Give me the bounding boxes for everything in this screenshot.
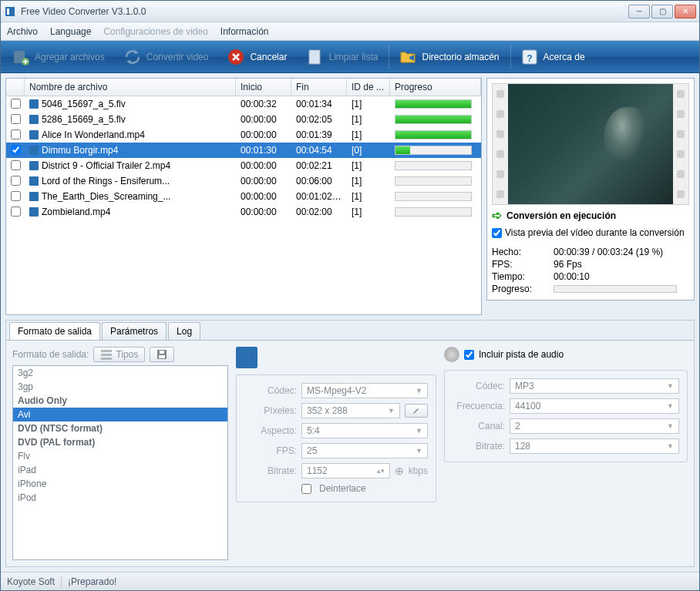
- table-row[interactable]: Zombieland.mp400:00:0000:02:00[1]: [6, 204, 481, 220]
- col-id[interactable]: ID de ...: [347, 79, 390, 96]
- format-item[interactable]: 3g2: [13, 366, 227, 380]
- col-name[interactable]: Nombre de archivo: [25, 79, 236, 96]
- audio-codec-label: Códec:: [453, 381, 505, 391]
- bitrate-unit: kbps: [409, 465, 428, 476]
- film-sprockets-left: [493, 84, 508, 204]
- start-time: 00:00:32: [236, 97, 291, 111]
- directory-button[interactable]: Directorio almacén: [389, 45, 506, 69]
- format-item[interactable]: Flv: [13, 449, 227, 463]
- row-checkbox[interactable]: [11, 129, 21, 139]
- deinterlace-checkbox[interactable]: [301, 484, 311, 494]
- table-row[interactable]: District 9 - Official Trailer 2.mp400:00…: [6, 158, 481, 173]
- row-checkbox[interactable]: [11, 191, 21, 201]
- row-checkbox[interactable]: [11, 114, 21, 124]
- row-checkbox[interactable]: [11, 99, 21, 109]
- tab-body: Formato de salida: Tipos 3g23gpAudio Onl…: [6, 340, 694, 566]
- format-item[interactable]: DVD (PAL format): [13, 435, 227, 449]
- format-item[interactable]: iPad: [13, 463, 227, 477]
- table-row[interactable]: Dimmu Borgir.mp400:01:3000:04:54[0]: [6, 143, 481, 158]
- maximize-button[interactable]: ▢: [651, 5, 673, 18]
- output-format-label: Formato de salida:: [12, 349, 89, 360]
- pixels-edit-button[interactable]: [405, 404, 428, 418]
- include-audio-checkbox[interactable]: [464, 350, 474, 360]
- id-value: [0]: [347, 143, 390, 157]
- row-checkbox[interactable]: [11, 207, 21, 217]
- file-icon: [29, 192, 39, 201]
- format-item[interactable]: 3gp: [13, 380, 227, 394]
- menu-info[interactable]: Información: [220, 26, 269, 37]
- col-check[interactable]: [6, 79, 25, 96]
- tab-output-format[interactable]: Formato de salida: [9, 322, 100, 340]
- video-bitrate-input[interactable]: 1152▴▾: [301, 463, 390, 479]
- audio-codec-select[interactable]: MP3▼: [510, 378, 679, 394]
- svg-rect-8: [101, 350, 112, 352]
- row-checkbox[interactable]: [11, 176, 21, 186]
- film-sprockets-right: [673, 84, 688, 204]
- format-item[interactable]: Audio Only: [13, 394, 227, 408]
- video-pixels-select[interactable]: 352 x 288▼: [301, 403, 400, 418]
- file-list-body[interactable]: 5046_15697_a_5.flv00:00:3200:01:34[1]528…: [6, 96, 481, 314]
- format-item[interactable]: iPod: [13, 491, 227, 505]
- minimize-button[interactable]: ─: [628, 5, 650, 18]
- about-button[interactable]: ? Acerca de: [510, 45, 593, 69]
- save-preset-button[interactable]: [150, 347, 174, 362]
- svg-rect-13: [160, 351, 164, 354]
- end-time: 00:01:39: [291, 128, 347, 142]
- row-progress-bar: [395, 130, 472, 139]
- preview-progress-bar: [554, 285, 677, 293]
- audio-params-box: Códec:MP3▼ Frecuencia:44100▼ Canal:2▼ Bi…: [444, 370, 688, 462]
- menu-archivo[interactable]: Archivo: [7, 26, 38, 37]
- format-item[interactable]: iPhone: [13, 477, 227, 491]
- video-aspect-select[interactable]: 5:4▼: [301, 423, 428, 438]
- file-name: Dimmu Borgir.mp4: [42, 145, 118, 156]
- audio-channel-select[interactable]: 2▼: [510, 418, 679, 434]
- table-row[interactable]: The_Earth_Dies_Screaming_...00:00:0000:0…: [6, 189, 481, 204]
- format-item[interactable]: DVD (NTSC format): [13, 421, 227, 435]
- tab-parameters[interactable]: Parámetros: [102, 322, 167, 340]
- col-end[interactable]: Fin: [291, 79, 347, 96]
- start-time: 00:00:00: [236, 205, 291, 219]
- video-fps-select[interactable]: 25▼: [301, 443, 428, 458]
- tab-log[interactable]: Log: [168, 322, 200, 340]
- table-row[interactable]: Lord of the Rings - Ensiferum...00:00:00…: [6, 173, 481, 189]
- table-row[interactable]: Alice In Wonderland.mp400:00:0000:01:39[…: [6, 127, 481, 143]
- convert-icon: [123, 48, 142, 66]
- preview-checkbox-row: Vista previa del vídeo durante la conver…: [492, 226, 689, 240]
- clear-list-button[interactable]: Limpiar lista: [298, 45, 385, 69]
- statusbar: Koyote Soft ¡Preparado!: [1, 572, 699, 590]
- file-name: District 9 - Official Trailer 2.mp4: [42, 160, 170, 171]
- preview-during-conversion-checkbox[interactable]: [492, 228, 502, 238]
- done-label: Hecho:: [492, 247, 554, 257]
- row-checkbox[interactable]: [11, 145, 21, 155]
- format-list[interactable]: 3g23gpAudio OnlyAviDVD (NTSC format)DVD …: [12, 365, 228, 560]
- format-item[interactable]: Avi: [13, 408, 227, 421]
- audio-channel-label: Canal:: [453, 421, 505, 431]
- audio-freq-select[interactable]: 44100▼: [510, 398, 679, 414]
- audio-params-header: Incluir pista de audio: [444, 347, 688, 362]
- video-bitrate-label: Bitrate:: [244, 465, 297, 476]
- file-name: 5046_15697_a_5.flv: [42, 99, 126, 109]
- audio-bitrate-select[interactable]: 128▼: [510, 438, 679, 454]
- add-files-button[interactable]: Agregar archivos: [4, 45, 113, 69]
- end-time: 00:06:00: [291, 174, 347, 188]
- convert-button[interactable]: Convertir video: [116, 45, 217, 69]
- menu-config[interactable]: Configuraciones de video: [103, 26, 207, 37]
- row-checkbox[interactable]: [11, 160, 21, 170]
- start-time: 00:00:00: [236, 174, 291, 188]
- menu-language[interactable]: Language: [50, 26, 91, 37]
- table-row[interactable]: 5046_15697_a_5.flv00:00:3200:01:34[1]: [6, 96, 481, 112]
- time-label: Tiempo:: [492, 271, 554, 282]
- id-value: [1]: [347, 205, 390, 219]
- main-area: Nombre de archivo Inicio Fin ID de ... P…: [1, 73, 699, 572]
- row-progress-bar: [395, 192, 472, 201]
- col-progress[interactable]: Progreso: [390, 79, 481, 96]
- tipos-button[interactable]: Tipos: [93, 347, 145, 362]
- close-button[interactable]: ✕: [675, 5, 696, 18]
- video-codec-select[interactable]: MS-Mpeg4-V2▼: [301, 383, 428, 398]
- ready-label: ¡Preparado!: [68, 576, 116, 587]
- cancel-button[interactable]: Cancelar: [219, 45, 294, 69]
- tabs-header: Formato de salida Parámetros Log: [6, 321, 694, 340]
- table-row[interactable]: 5286_15669_a_5.flv00:00:0000:02:05[1]: [6, 112, 481, 127]
- col-start[interactable]: Inicio: [236, 79, 291, 96]
- bitrate-plus-icon[interactable]: ⊕: [395, 465, 404, 477]
